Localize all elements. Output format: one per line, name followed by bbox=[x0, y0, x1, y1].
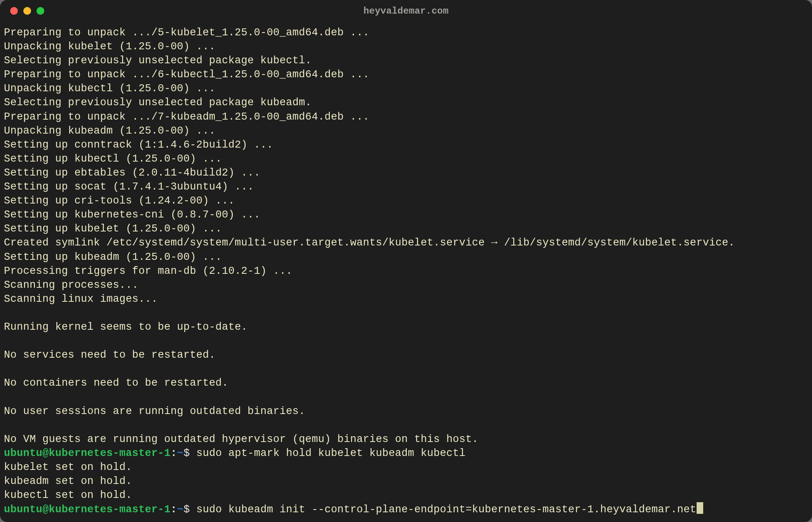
output-line: No containers need to be restarted. bbox=[4, 376, 808, 390]
output-line: Selecting previously unselected package … bbox=[4, 96, 808, 110]
prompt-line[interactable]: ubuntu@kubernetes-master-1:~$ sudo apt-m… bbox=[4, 446, 808, 460]
output-line: Preparing to unpack .../7-kubeadm_1.25.0… bbox=[4, 110, 808, 124]
prompt-path: ~ bbox=[177, 447, 184, 459]
output-line: Setting up kubeadm (1.25.0-00) ... bbox=[4, 250, 808, 264]
prompt-host: kubernetes-master-1 bbox=[49, 504, 171, 515]
prompt-host: kubernetes-master-1 bbox=[49, 447, 171, 459]
output-line: Selecting previously unselected package … bbox=[4, 54, 808, 68]
prompt-sigil: $ bbox=[183, 504, 196, 515]
prompt-colon: : bbox=[171, 447, 177, 459]
traffic-lights bbox=[10, 7, 44, 15]
titlebar: heyvaldemar.com bbox=[0, 0, 812, 22]
output-line bbox=[4, 418, 808, 432]
output-line: Setting up kubernetes-cni (0.8.7-00) ... bbox=[4, 208, 808, 222]
output-line: Unpacking kubectl (1.25.0-00) ... bbox=[4, 82, 808, 96]
output-line bbox=[4, 390, 808, 404]
command-text: sudo kubeadm init --control-plane-endpoi… bbox=[196, 504, 696, 515]
zoom-icon[interactable] bbox=[37, 7, 44, 15]
output-line: Setting up kubectl (1.25.0-00) ... bbox=[4, 152, 808, 166]
output-line: Preparing to unpack .../5-kubelet_1.25.0… bbox=[4, 26, 808, 40]
output-line: Scanning processes... bbox=[4, 278, 808, 292]
output-line: No services need to be restarted. bbox=[4, 348, 808, 362]
output-line bbox=[4, 334, 808, 348]
prompt-path: ~ bbox=[177, 504, 184, 515]
terminal-window: heyvaldemar.com Preparing to unpack .../… bbox=[0, 0, 812, 522]
output-line: Unpacking kubeadm (1.25.0-00) ... bbox=[4, 124, 808, 138]
output-line: Preparing to unpack .../6-kubectl_1.25.0… bbox=[4, 68, 808, 82]
output-line: Setting up cri-tools (1.24.2-00) ... bbox=[4, 194, 808, 208]
hold-result-line: kubelet set on hold. bbox=[4, 460, 808, 474]
close-icon[interactable] bbox=[10, 7, 18, 15]
hold-result-line: kubectl set on hold. bbox=[4, 488, 808, 502]
cursor-icon bbox=[697, 502, 703, 514]
output-line: Setting up socat (1.7.4.1-3ubuntu4) ... bbox=[4, 180, 808, 194]
output-line: No VM guests are running outdated hyperv… bbox=[4, 432, 808, 446]
terminal-output[interactable]: Preparing to unpack .../5-kubelet_1.25.0… bbox=[0, 22, 812, 522]
prompt-colon: : bbox=[171, 504, 177, 515]
output-line: No user sessions are running outdated bi… bbox=[4, 404, 808, 418]
prompt-user: ubuntu bbox=[4, 447, 42, 459]
prompt-line[interactable]: ubuntu@kubernetes-master-1:~$ sudo kubea… bbox=[4, 502, 808, 517]
command-text: sudo apt-mark hold kubelet kubeadm kubec… bbox=[196, 447, 465, 459]
output-line: Processing triggers for man-db (2.10.2-1… bbox=[4, 264, 808, 278]
hold-result-line: kubeadm set on hold. bbox=[4, 474, 808, 488]
output-line bbox=[4, 306, 808, 320]
output-line: Setting up ebtables (2.0.11-4build2) ... bbox=[4, 166, 808, 180]
prompt-sigil: $ bbox=[183, 447, 196, 459]
window-title: heyvaldemar.com bbox=[0, 6, 812, 16]
output-line: Unpacking kubelet (1.25.0-00) ... bbox=[4, 40, 808, 54]
output-line: Setting up kubelet (1.25.0-00) ... bbox=[4, 222, 808, 236]
output-line: Scanning linux images... bbox=[4, 292, 808, 306]
prompt-at: @ bbox=[42, 504, 49, 515]
output-line: Setting up conntrack (1:1.4.6-2build2) .… bbox=[4, 138, 808, 152]
prompt-at: @ bbox=[42, 447, 49, 459]
prompt-user: ubuntu bbox=[4, 504, 42, 515]
output-line: Created symlink /etc/systemd/system/mult… bbox=[4, 236, 808, 250]
output-line bbox=[4, 362, 808, 376]
output-line: Running kernel seems to be up-to-date. bbox=[4, 320, 808, 334]
minimize-icon[interactable] bbox=[23, 7, 31, 15]
